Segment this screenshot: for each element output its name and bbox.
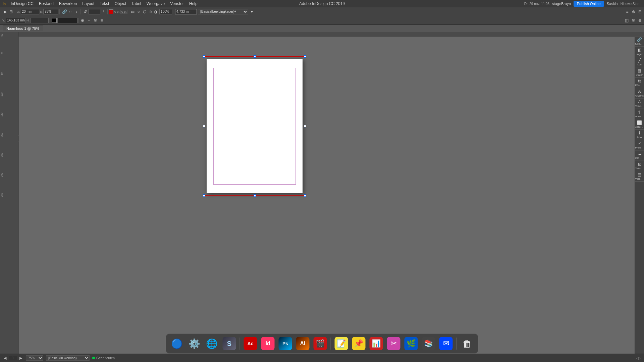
handle-mid-left[interactable] (203, 125, 205, 127)
menu-object[interactable]: Object (112, 1, 128, 7)
pasteboard[interactable] (19, 37, 635, 354)
panel-glyphs[interactable]: A Glyphs (635, 88, 644, 99)
handle-top-right[interactable] (304, 55, 306, 58)
zoom-select[interactable]: 75% 50% 100% (26, 355, 43, 361)
menu-help[interactable]: Help (187, 1, 200, 7)
y-label: Y: (2, 19, 5, 22)
dock-app2[interactable]: 🎬 (313, 336, 328, 351)
toolbar2-right: ◫ ≋ ⊕ (624, 18, 643, 23)
dock-sourcetree[interactable]: 🌿 (404, 336, 419, 351)
style-dropdown[interactable]: [Basisafbeeldingkader]+ (198, 9, 248, 14)
dock-indesign[interactable]: Id (260, 336, 276, 351)
page-prev-btn[interactable]: ◀ (3, 355, 7, 361)
misc-icon-2[interactable]: ▫ (86, 18, 92, 23)
view-icon-3[interactable]: ⊕ (637, 18, 643, 23)
publish-online-button[interactable]: Publish Online (574, 1, 604, 7)
panel-verloop[interactable]: ▤ Verloop (635, 172, 644, 182)
dock-keynote[interactable]: 📊 (369, 336, 384, 351)
dock-finder[interactable]: 🔵 (169, 336, 185, 351)
grid-icon[interactable]: ⊞ (637, 9, 643, 14)
opacity-icon[interactable]: ◑ (153, 9, 158, 14)
stroke-color-swatch[interactable] (52, 18, 57, 23)
menu-indesigncc[interactable]: InDesign CC (8, 1, 36, 7)
handle-top-center[interactable] (254, 55, 256, 58)
dock-app3[interactable]: 📚 (421, 336, 436, 351)
view-icon-1[interactable]: ◫ (624, 18, 629, 23)
lijn-icon: ╱ (638, 58, 641, 62)
rotate-icon[interactable]: ↺ (83, 9, 88, 14)
menu-layout[interactable]: Layout (80, 1, 97, 7)
frame-rect-icon[interactable]: ▭ (130, 9, 135, 14)
stroke-pt-input[interactable]: 0 pt (120, 10, 127, 14)
menu-tekst[interactable]: Tekst (97, 1, 111, 7)
dock-illustrator[interactable]: Ai (295, 336, 311, 351)
menu-bewerken[interactable]: Bewerken (57, 1, 79, 7)
style-arrow-icon[interactable]: ▾ (249, 9, 255, 14)
panel-stalen[interactable]: ▦ Stalen (635, 68, 644, 78)
rotate-input[interactable] (89, 9, 100, 14)
shear-icon[interactable]: ⧵ (101, 9, 106, 14)
flip-h-icon[interactable]: ↔ (68, 9, 73, 14)
document-page[interactable] (207, 59, 303, 193)
handle-bottom-left[interactable] (203, 194, 205, 197)
menu-venster[interactable]: Venster (168, 1, 186, 7)
h-input[interactable] (30, 18, 49, 23)
preflight-status: Geen fouten (92, 356, 115, 360)
lock-proportions-icon[interactable]: 🔗 (62, 9, 67, 14)
flip-v-icon[interactable]: ↕ (74, 9, 79, 14)
dock-acrobat[interactable]: Ac (243, 336, 258, 351)
handle-mid-right[interactable] (304, 125, 306, 127)
panel-koppeling[interactable]: 🔗 Koppeling... (635, 37, 644, 47)
handle-bottom-center[interactable] (254, 194, 256, 197)
handle-bottom-right[interactable] (304, 194, 306, 197)
panel-alineastijl[interactable]: ¶ Alineastijl... (635, 109, 644, 119)
align-icon[interactable]: ≡ (625, 9, 630, 14)
dock-clips[interactable]: ✂ (386, 336, 401, 351)
x-input[interactable] (21, 9, 39, 14)
layer-select[interactable]: [Basis] (in werking) (46, 355, 90, 361)
menu-bestand[interactable]: Bestand (37, 1, 56, 7)
pathfinder-icon[interactable]: ⊕ (631, 9, 636, 14)
dock-photoshop[interactable]: Ps (278, 336, 293, 351)
stroke-style-input[interactable] (57, 18, 77, 23)
dock-chrome[interactable]: 🌐 (204, 336, 220, 351)
transform-icon[interactable]: ⊞ (8, 9, 14, 14)
panel-preflight[interactable]: ✓ Preflight (635, 140, 644, 150)
w-input[interactable] (43, 9, 58, 14)
frame-circle-icon[interactable]: ○ (136, 9, 141, 14)
panel-info[interactable]: ℹ Info (635, 130, 644, 140)
align-group: ≡ ⊕ ⊞ (625, 9, 643, 14)
dock-settings[interactable]: ⚙️ (187, 336, 202, 351)
y-input[interactable] (6, 18, 26, 23)
opacity-input[interactable] (159, 9, 172, 14)
dock-notes[interactable]: 📝 (334, 336, 349, 351)
page-next-btn[interactable]: ▶ (18, 355, 23, 361)
page-number-input[interactable] (9, 356, 17, 360)
misc-icon-1[interactable]: ⊕ (80, 18, 85, 23)
panel-lagen[interactable]: ◧ Lagen (635, 47, 644, 57)
panel-tekstomloop[interactable]: ⊡ Tekstomlo... (635, 161, 644, 171)
panel-achtergrond[interactable]: ⬜ Achtergrond... (635, 120, 644, 130)
menu-weergave[interactable]: Weergave (144, 1, 167, 7)
tool-group-select: ▶ ⊞ (1, 9, 15, 14)
handle-top-left[interactable] (203, 55, 205, 58)
frame-poly-icon[interactable]: ⬡ (142, 9, 147, 14)
dock-app1[interactable]: S (222, 336, 237, 351)
panel-tekenstijl[interactable]: A Tekenstijl... (635, 99, 644, 109)
panel-cclibraries[interactable]: ☁ CC Librari... (635, 151, 644, 161)
view-icon-2[interactable]: ≋ (631, 18, 636, 23)
dock-stickies[interactable]: 📌 (351, 336, 367, 351)
dock-trash[interactable]: 🗑 (460, 336, 475, 351)
dock-spark[interactable]: ✉ (438, 336, 454, 351)
frame-value-input[interactable] (175, 9, 197, 14)
select-tool-icon[interactable]: ▶ (2, 9, 8, 14)
panel-lijn[interactable]: ╱ Lijn (635, 57, 644, 67)
misc-icon-4[interactable]: ≡ (99, 18, 104, 23)
alineastijl-label: Alineastijl... (635, 115, 644, 118)
fill-color-swatch[interactable] (109, 9, 113, 14)
document-tab[interactable]: Naamloos-1 @ 75% (3, 25, 43, 31)
fill-stroke-group: 0 pt 0 pt (109, 9, 127, 14)
menu-tabel[interactable]: Tabel (129, 1, 144, 7)
panel-effecten[interactable]: fx Effecten (635, 78, 644, 88)
misc-icon-3[interactable]: ≋ (93, 18, 98, 23)
